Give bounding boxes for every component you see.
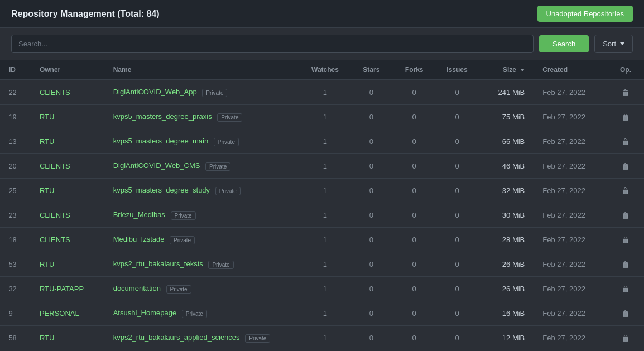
delete-button[interactable] <box>618 307 633 319</box>
page-title: Repository Management (Total: 84) <box>11 9 160 19</box>
private-badge: Private <box>182 310 207 318</box>
cell-owner[interactable]: RTU <box>31 129 104 154</box>
table-row: 13 RTU kvps5_masters_degree_main Private… <box>0 129 644 154</box>
table-row: 22 CLIENTS DigiAntiCOVID_Web_App Private… <box>0 80 644 105</box>
cell-watches: 1 <box>300 80 350 105</box>
repo-name-link[interactable]: kvps2_rtu_bakalaurs_applied_sciences <box>113 333 240 342</box>
cell-issues: 0 <box>436 277 479 301</box>
cell-size: 26 MiB <box>478 277 534 301</box>
cell-watches: 1 <box>300 203 350 228</box>
private-badge: Private <box>245 334 270 343</box>
private-badge: Private <box>171 211 196 220</box>
trash-icon <box>622 112 629 122</box>
cell-owner[interactable]: RTU <box>31 252 104 277</box>
cell-owner[interactable]: CLIENTS <box>31 203 104 228</box>
cell-watches: 1 <box>300 129 350 154</box>
trash-icon <box>622 161 629 171</box>
delete-button[interactable] <box>618 136 633 147</box>
trash-icon <box>622 88 629 97</box>
delete-button[interactable] <box>618 234 633 246</box>
repo-name-link[interactable]: Atsushi_Homepage <box>113 309 176 317</box>
table-row: 32 RTU-PATAPP documentation Private 1 0 … <box>0 277 644 301</box>
search-button[interactable]: Search <box>539 35 589 52</box>
cell-op <box>607 80 644 105</box>
cell-owner[interactable]: CLIENTS <box>31 154 104 179</box>
cell-issues: 0 <box>436 301 479 326</box>
cell-size: 75 MiB <box>478 105 534 129</box>
cell-id: 20 <box>0 154 31 179</box>
private-badge: Private <box>205 162 230 171</box>
repo-name-link[interactable]: kvps5_masters_degree_praxis <box>113 112 212 121</box>
cell-watches: 1 <box>300 252 350 277</box>
private-badge: Private <box>166 285 191 294</box>
delete-button[interactable] <box>618 86 633 98</box>
cell-op <box>607 203 644 228</box>
cell-id: 23 <box>0 203 31 228</box>
cell-stars: 0 <box>350 228 393 252</box>
cell-issues: 0 <box>436 252 479 277</box>
repo-name-link[interactable]: kvps2_rtu_bakalaurs_teksts <box>113 259 203 268</box>
cell-owner[interactable]: CLIENTS <box>31 80 104 105</box>
cell-stars: 0 <box>350 105 393 129</box>
col-header-op: Op. <box>607 60 644 80</box>
cell-created: Feb 27, 2022 <box>534 203 607 228</box>
cell-owner[interactable]: RTU <box>31 105 104 129</box>
cell-stars: 0 <box>350 154 393 179</box>
trash-icon <box>622 210 629 220</box>
repo-name-link[interactable]: kvps5_masters_degree_study <box>113 186 210 194</box>
cell-id: 32 <box>0 277 31 301</box>
delete-button[interactable] <box>618 283 633 295</box>
cell-stars: 0 <box>350 301 393 326</box>
repo-name-link[interactable]: documentation <box>113 284 161 292</box>
cell-issues: 0 <box>436 326 479 350</box>
delete-button[interactable] <box>618 258 633 270</box>
repo-name-link[interactable]: DigiAntiCOVID_Web_CMS <box>113 161 200 170</box>
cell-owner[interactable]: RTU <box>31 179 104 203</box>
cell-size: 30 MiB <box>478 203 534 228</box>
repo-name-link[interactable]: kvps5_masters_degree_main <box>113 137 209 145</box>
cell-forks: 0 <box>393 252 436 277</box>
delete-button[interactable] <box>618 160 633 172</box>
cell-op <box>607 326 644 350</box>
cell-op <box>607 277 644 301</box>
cell-created: Feb 27, 2022 <box>534 80 607 105</box>
cell-size: 28 MiB <box>478 228 534 252</box>
app-container: Repository Management (Total: 84) Unadop… <box>0 0 644 351</box>
cell-owner[interactable]: RTU <box>31 326 104 350</box>
cell-stars: 0 <box>350 80 393 105</box>
cell-size: 241 MiB <box>478 80 534 105</box>
cell-issues: 0 <box>436 80 479 105</box>
cell-size: 16 MiB <box>478 301 534 326</box>
repo-name-link[interactable]: DigiAntiCOVID_Web_App <box>113 88 197 96</box>
table-row: 9 PERSONAL Atsushi_Homepage Private 1 0 … <box>0 301 644 326</box>
search-bar: Search Sort <box>0 28 644 60</box>
col-header-size[interactable]: Size <box>478 60 534 80</box>
table-row: 19 RTU kvps5_masters_degree_praxis Priva… <box>0 105 644 129</box>
cell-watches: 1 <box>300 105 350 129</box>
table-container: ID Owner Name Watches Stars Forks Issues… <box>0 60 644 350</box>
cell-size: 32 MiB <box>478 179 534 203</box>
cell-size: 46 MiB <box>478 154 534 179</box>
delete-button[interactable] <box>618 209 633 221</box>
search-input[interactable] <box>11 35 534 53</box>
col-header-id: ID <box>0 60 31 80</box>
delete-button[interactable] <box>618 332 633 344</box>
unadopted-repositories-button[interactable]: Unadopted Repositories <box>537 6 633 22</box>
cell-watches: 1 <box>300 154 350 179</box>
cell-stars: 0 <box>350 252 393 277</box>
trash-icon <box>622 333 629 343</box>
delete-button[interactable] <box>618 185 633 196</box>
delete-button[interactable] <box>618 111 633 123</box>
cell-created: Feb 27, 2022 <box>534 228 607 252</box>
repo-name-link[interactable]: Briezu_Medibas <box>113 210 165 219</box>
col-header-watches: Watches <box>300 60 350 80</box>
cell-owner[interactable]: PERSONAL <box>31 301 104 326</box>
cell-owner[interactable]: CLIENTS <box>31 228 104 252</box>
cell-owner[interactable]: RTU-PATAPP <box>31 277 104 301</box>
repo-name-link[interactable]: Medibu_Izstade <box>113 235 165 243</box>
sort-button[interactable]: Sort <box>594 35 633 53</box>
cell-id: 25 <box>0 179 31 203</box>
trash-icon <box>622 284 629 294</box>
cell-forks: 0 <box>393 105 436 129</box>
cell-forks: 0 <box>393 277 436 301</box>
